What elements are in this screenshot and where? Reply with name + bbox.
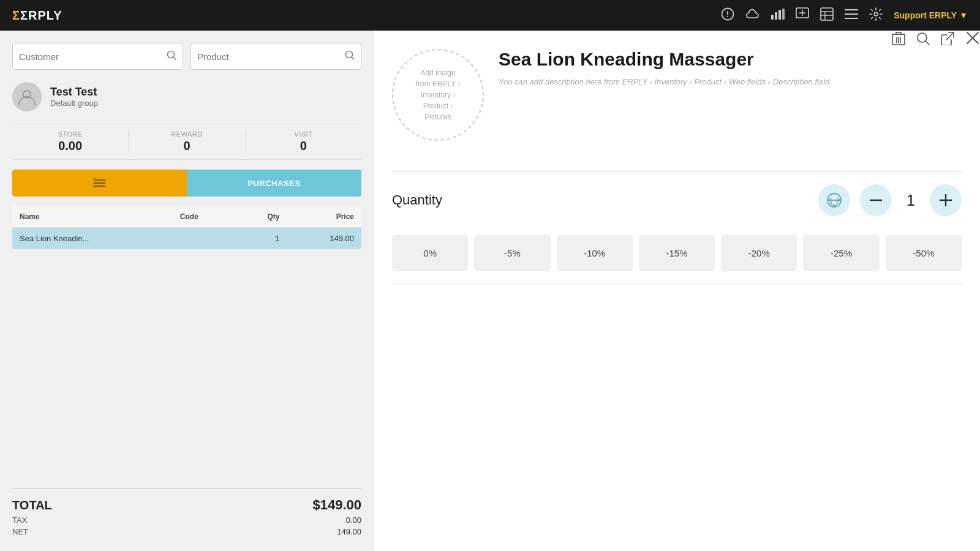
col-price: Price — [287, 206, 361, 228]
search-row — [12, 43, 361, 70]
svg-point-2 — [727, 16, 728, 17]
customer-info: Test Test Default group — [12, 82, 361, 111]
product-search-input[interactable] — [197, 51, 345, 62]
quantity-label: Quantity — [392, 192, 809, 208]
product-panel: Add image from ERPLY › Inventory › Produ… — [374, 31, 980, 551]
avatar — [12, 82, 42, 111]
svg-rect-10 — [821, 8, 833, 20]
support-button[interactable]: Support ERPLY ▼ — [894, 10, 968, 20]
svg-rect-4 — [775, 12, 777, 20]
discount-25[interactable]: -25% — [803, 234, 879, 271]
product-image: Add image from ERPLY › Inventory › Produ… — [392, 49, 484, 141]
quantity-increase-button[interactable] — [930, 184, 962, 216]
item-code — [173, 228, 236, 250]
item-name: Sea Lion Kneadin... — [12, 228, 173, 250]
stats-row: STORE 0.00 REWARD 0 VISIT 0 — [12, 124, 361, 160]
discount-row: 0% -5% -10% -15% -20% -25% -50% — [392, 234, 962, 271]
discount-15[interactable]: -15% — [639, 234, 715, 271]
purchases-button[interactable]: PURCHASES — [187, 170, 361, 197]
product-header: Add image from ERPLY › Inventory › Produ… — [392, 49, 962, 141]
svg-point-17 — [874, 12, 878, 16]
discount-10[interactable]: -10% — [557, 234, 633, 271]
quantity-decrease-button[interactable] — [860, 184, 892, 216]
discount-20[interactable]: -20% — [721, 234, 797, 271]
product-description: You can add description here from ERPLY … — [499, 77, 962, 86]
table-row[interactable]: Sea Lion Kneadin... 1 149.00 — [12, 228, 361, 250]
svg-rect-5 — [778, 10, 781, 20]
discount-50[interactable]: -50% — [886, 234, 962, 271]
alert-icon[interactable] — [721, 7, 734, 24]
topnav-right: Support ERPLY ▼ — [721, 7, 968, 24]
stat-reward: REWARD 0 — [129, 130, 245, 153]
product-actions — [892, 31, 980, 49]
top-navigation: ΣΣRPLY — [0, 0, 980, 31]
tax-row: TAX 0.00 — [12, 515, 361, 525]
menu-icon[interactable] — [845, 9, 858, 23]
totals-section: TOTAL $149.00 TAX 0.00 NET 149.00 — [12, 488, 361, 539]
scale-button[interactable] — [818, 184, 850, 216]
svg-rect-28 — [93, 182, 96, 184]
cart-panel: Test Test Default group STORE 0.00 REWAR… — [0, 31, 374, 551]
stat-store: STORE 0.00 — [12, 130, 129, 153]
svg-rect-3 — [771, 15, 774, 20]
divider-bottom — [392, 283, 962, 284]
svg-line-21 — [352, 57, 354, 59]
svg-line-40 — [946, 32, 954, 40]
cloud-icon[interactable] — [745, 9, 760, 23]
discount-0[interactable]: 0% — [392, 234, 468, 271]
customer-search-input[interactable] — [19, 51, 167, 62]
signal-icon[interactable] — [771, 9, 785, 23]
action-buttons: PURCHASES — [12, 170, 361, 197]
external-link-icon[interactable] — [941, 32, 954, 48]
col-name: Name — [12, 206, 173, 228]
list-view-button[interactable] — [12, 170, 187, 197]
search-product-icon[interactable] — [916, 32, 930, 48]
delete-icon[interactable] — [892, 31, 905, 49]
customer-details: Test Test Default group — [50, 86, 98, 108]
customer-search-icon[interactable] — [167, 50, 176, 62]
product-title: Sea Lion Kneading Massager — [499, 49, 962, 70]
product-search-box[interactable] — [190, 43, 361, 70]
app-logo: ΣΣRPLY — [12, 9, 62, 23]
svg-line-39 — [925, 41, 929, 45]
quantity-section: Quantity 1 — [392, 184, 962, 216]
item-price: 149.00 — [287, 228, 361, 250]
cart-table-header: Name Code Qty Price — [12, 206, 361, 228]
cart-table: Name Code Qty Price Sea Lion Kneadin... … — [12, 206, 361, 249]
col-qty: Qty — [236, 206, 287, 228]
total-main-row: TOTAL $149.00 — [12, 497, 361, 513]
svg-rect-6 — [782, 9, 785, 20]
settings-icon[interactable] — [869, 7, 883, 24]
svg-line-19 — [173, 57, 176, 59]
col-code: Code — [173, 206, 236, 228]
customer-group: Default group — [50, 99, 98, 108]
svg-rect-29 — [93, 186, 96, 188]
svg-rect-1 — [727, 11, 728, 15]
divider — [392, 171, 962, 172]
svg-rect-27 — [93, 178, 96, 181]
quantity-value: 1 — [902, 191, 920, 210]
product-search-icon[interactable] — [345, 50, 355, 62]
item-qty: 1 — [236, 228, 287, 250]
customer-search-box[interactable] — [12, 43, 183, 70]
display-icon[interactable] — [796, 7, 809, 24]
main-container: Test Test Default group STORE 0.00 REWAR… — [0, 31, 980, 551]
net-row: NET 149.00 — [12, 527, 361, 536]
discount-5[interactable]: -5% — [474, 234, 550, 271]
close-icon[interactable] — [965, 31, 980, 49]
product-info: Sea Lion Kneading Massager You can add d… — [499, 49, 962, 86]
stat-visit: VISIT 0 — [246, 130, 361, 153]
browser-icon[interactable] — [820, 7, 834, 24]
customer-name: Test Test — [50, 86, 98, 99]
